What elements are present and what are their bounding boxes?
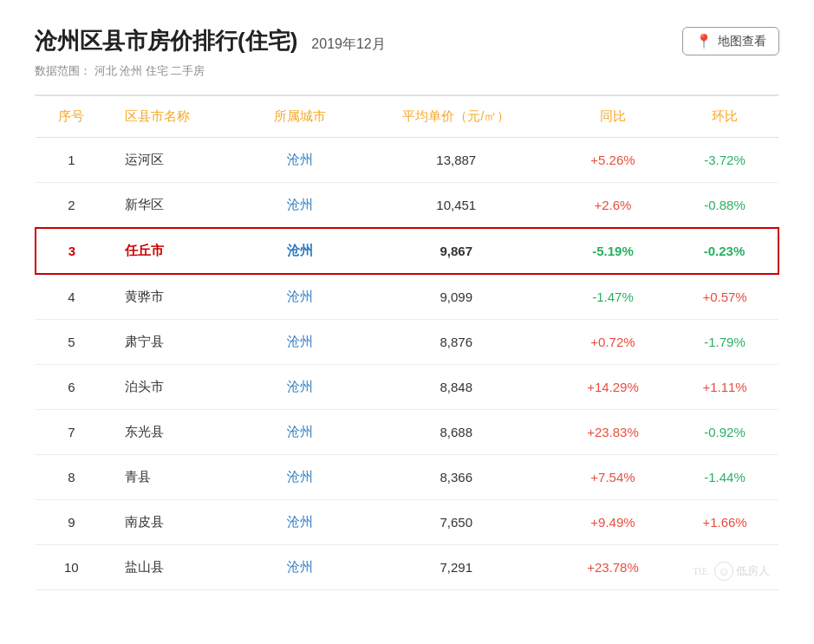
col-name: 区县市名称 — [107, 96, 242, 138]
table-row: 5肃宁县沧州8,876+0.72%-1.79% — [36, 320, 778, 365]
cell-city: 沧州 — [241, 455, 357, 500]
cell-mom: -0.88% — [671, 183, 778, 229]
cell-price: 7,650 — [358, 500, 555, 545]
cell-price: 10,451 — [358, 183, 555, 229]
cell-mom: -0.92% — [671, 410, 778, 455]
cell-price: 9,867 — [358, 228, 555, 274]
table-row: 3任丘市沧州9,867-5.19%-0.23% — [36, 228, 778, 274]
cell-price: 8,688 — [358, 410, 555, 455]
col-yoy: 同比 — [555, 96, 671, 138]
date-label: 2019年12月 — [311, 36, 385, 54]
cell-name: 盐山县 — [107, 545, 242, 590]
cell-yoy: +14.29% — [555, 365, 671, 410]
watermark-text: 低房人 — [736, 563, 770, 579]
cell-rank: 2 — [36, 183, 107, 229]
cell-rank: 5 — [36, 320, 107, 365]
data-range-items: 河北 沧州 住宅 二手房 — [94, 64, 205, 77]
cell-price: 13,887 — [358, 138, 555, 183]
data-range: 数据范围： 河北 沧州 住宅 二手房 — [35, 63, 779, 79]
cell-rank: 4 — [36, 274, 107, 320]
cell-mom: +0.57% — [671, 274, 778, 320]
table-row: 4黄骅市沧州9,099-1.47%+0.57% — [36, 274, 778, 320]
cell-rank: 9 — [36, 500, 107, 545]
col-city: 所属城市 — [241, 96, 357, 138]
cell-yoy: +23.83% — [555, 410, 671, 455]
table-row: 7东光县沧州8,688+23.83%-0.92% — [36, 410, 778, 455]
cell-rank: 8 — [36, 455, 107, 500]
map-view-button[interactable]: 📍 地图查看 — [682, 27, 779, 55]
data-range-label: 数据范围： — [35, 64, 91, 77]
col-mom: 环比 — [671, 96, 778, 138]
cell-mom: +1.66% — [671, 500, 778, 545]
cell-rank: 7 — [36, 410, 107, 455]
cell-name: 泊头市 — [107, 365, 242, 410]
cell-city: 沧州 — [241, 410, 357, 455]
cell-city: 沧州 — [241, 228, 357, 274]
watermark-tte: TtE — [693, 565, 708, 578]
cell-yoy: +5.26% — [555, 138, 671, 183]
watermark: TtE☺低房人 — [693, 562, 770, 581]
table-row: 9南皮县沧州7,650+9.49%+1.66% — [36, 500, 778, 545]
page-header: 沧州区县市房价排行(住宅) 2019年12月 📍 地图查看 — [35, 26, 779, 56]
cell-price: 8,876 — [358, 320, 555, 365]
table-header-row: 序号 区县市名称 所属城市 平均单价（元/㎡） 同比 环比 — [36, 96, 778, 138]
cell-rank: 3 — [36, 228, 107, 274]
cell-mom: +1.11% — [671, 365, 778, 410]
cell-city: 沧州 — [241, 183, 357, 229]
cell-yoy: +0.72% — [555, 320, 671, 365]
cell-mom: -3.72% — [671, 138, 778, 183]
page-title: 沧州区县市房价排行(住宅) — [35, 26, 297, 56]
cell-city: 沧州 — [241, 320, 357, 365]
cell-name: 南皮县 — [107, 500, 242, 545]
cell-yoy: -1.47% — [555, 274, 671, 320]
cell-name: 新华区 — [107, 183, 242, 229]
table-row: 6泊头市沧州8,848+14.29%+1.11% — [36, 365, 778, 410]
cell-name: 任丘市 — [107, 228, 242, 274]
cell-price: 8,848 — [358, 365, 555, 410]
title-group: 沧州区县市房价排行(住宅) 2019年12月 — [35, 26, 386, 56]
cell-name: 运河区 — [107, 138, 242, 183]
cell-mom: TtE☺低房人 — [671, 545, 778, 590]
cell-city: 沧州 — [241, 500, 357, 545]
table-row: 1运河区沧州13,887+5.26%-3.72% — [36, 138, 778, 183]
cell-city: 沧州 — [241, 545, 357, 590]
cell-yoy: +23.78% — [555, 545, 671, 590]
cell-mom: -1.79% — [671, 320, 778, 365]
table-row: 10盐山县沧州7,291+23.78%TtE☺低房人 — [36, 545, 778, 590]
map-button-label: 地图查看 — [718, 34, 766, 49]
cell-price: 7,291 — [358, 545, 555, 590]
cell-yoy: +2.6% — [555, 183, 671, 229]
cell-rank: 10 — [36, 545, 107, 590]
table-row: 8青县沧州8,366+7.54%-1.44% — [36, 455, 778, 500]
cell-name: 东光县 — [107, 410, 242, 455]
col-price: 平均单价（元/㎡） — [358, 96, 555, 138]
cell-rank: 1 — [36, 138, 107, 183]
table-row: 2新华区沧州10,451+2.6%-0.88% — [36, 183, 778, 229]
cell-city: 沧州 — [241, 138, 357, 183]
ranking-table: 序号 区县市名称 所属城市 平均单价（元/㎡） 同比 环比 1运河区沧州13,8… — [35, 95, 779, 590]
cell-city: 沧州 — [241, 274, 357, 320]
cell-mom: -0.23% — [671, 228, 778, 274]
cell-city: 沧州 — [241, 365, 357, 410]
cell-rank: 6 — [36, 365, 107, 410]
cell-mom: -1.44% — [671, 455, 778, 500]
cell-yoy: +9.49% — [555, 500, 671, 545]
cell-yoy: -5.19% — [555, 228, 671, 274]
map-icon: 📍 — [695, 33, 713, 49]
watermark-face-icon: ☺ — [714, 562, 733, 581]
col-rank: 序号 — [36, 96, 107, 138]
cell-name: 黄骅市 — [107, 274, 242, 320]
cell-yoy: +7.54% — [555, 455, 671, 500]
cell-name: 青县 — [107, 455, 242, 500]
cell-price: 9,099 — [358, 274, 555, 320]
cell-name: 肃宁县 — [107, 320, 242, 365]
cell-price: 8,366 — [358, 455, 555, 500]
